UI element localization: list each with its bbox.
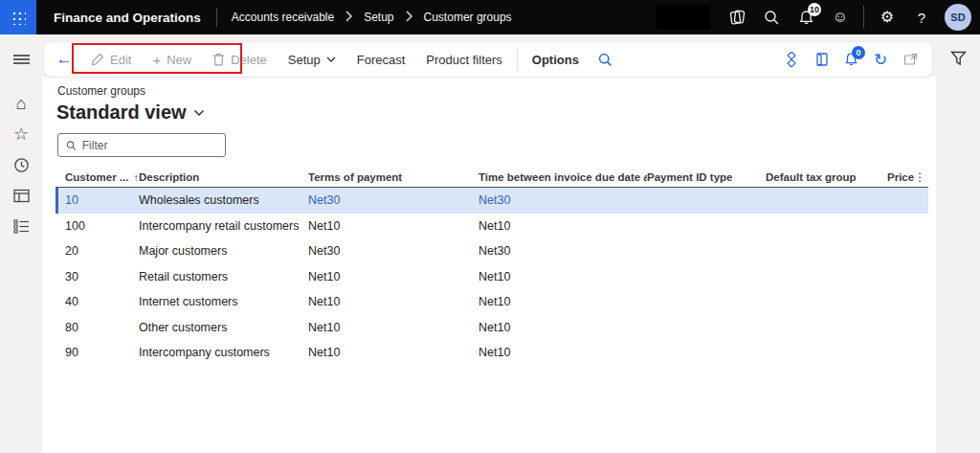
company-button[interactable] — [809, 45, 834, 74]
table-row[interactable]: 20 Major customers Net30 Net30 — [56, 238, 928, 264]
cell-customer-group[interactable]: 10 — [56, 193, 139, 207]
nav-home-button[interactable]: ⌂ — [0, 88, 42, 119]
chevron-right-icon — [405, 11, 413, 25]
cell-description[interactable]: Internet customers — [139, 295, 308, 308]
chevron-right-icon — [345, 11, 353, 25]
back-button[interactable]: ← — [48, 42, 80, 77]
cell-description[interactable]: Major customers — [139, 244, 308, 258]
filter-input[interactable] — [82, 139, 217, 152]
breadcrumb-module[interactable]: Accounts receivable — [232, 11, 334, 24]
column-header-time-between[interactable]: Time between invoice due date and ... — [479, 171, 647, 183]
help-icon: ? — [918, 11, 925, 25]
cell-description[interactable]: Intercompany customers — [139, 346, 308, 359]
cell-customer-group[interactable]: 20 — [56, 244, 139, 258]
open-in-new-window-button[interactable] — [898, 45, 923, 74]
search-icon — [598, 53, 612, 67]
nav-favorites-button[interactable]: ☆ — [0, 119, 42, 149]
book-icon — [814, 52, 829, 67]
app-launcher-button[interactable] — [0, 0, 36, 34]
notifications-button[interactable]: 10 — [789, 0, 823, 34]
table-row[interactable]: 10 Wholesales customers Net30 Net30 — [56, 188, 928, 214]
expand-navigation-button[interactable] — [0, 44, 42, 75]
copilot-button[interactable] — [720, 0, 754, 34]
app-title[interactable]: Finance and Operations — [54, 11, 201, 25]
actionbar-divider — [517, 49, 518, 70]
messages-button[interactable]: 0 — [838, 45, 863, 74]
cell-time-between[interactable]: Net10 — [479, 295, 647, 308]
cell-description[interactable]: Other customers — [139, 321, 308, 334]
cell-terms-of-payment[interactable]: Net10 — [308, 295, 479, 308]
table-row[interactable]: 90 Intercompany customers Net10 Net10 — [56, 340, 928, 366]
chevron-down-icon — [193, 109, 205, 117]
column-header-customer-group[interactable]: Customer ...↑ — [56, 171, 139, 183]
breadcrumb-page[interactable]: Customer groups — [424, 11, 512, 24]
setup-menu-button[interactable]: Setup — [278, 42, 346, 77]
column-header-payment-id-type[interactable]: Payment ID type — [647, 171, 766, 183]
cell-description[interactable]: Intercompany retail customers — [139, 219, 308, 233]
cell-time-between[interactable]: Net10 — [479, 270, 647, 283]
funnel-icon — [950, 51, 967, 66]
topbar-right-cluster: 10 ☺ ⚙ ? SD — [657, 0, 980, 34]
nav-modules-button[interactable] — [0, 211, 42, 241]
cell-description[interactable]: Retail customers — [139, 270, 308, 283]
new-button-label: New — [167, 53, 191, 67]
settings-button[interactable]: ⚙ — [870, 0, 904, 34]
cell-customer-group[interactable]: 30 — [56, 270, 139, 283]
grid-header-row: Customer ...↑ Description Terms of payme… — [56, 167, 928, 188]
star-icon: ☆ — [13, 125, 29, 143]
column-header-description[interactable]: Description — [139, 171, 308, 183]
cell-terms-of-payment[interactable]: Net10 — [308, 346, 479, 359]
top-navigation-bar: Finance and Operations Accounts receivab… — [0, 0, 980, 34]
table-row[interactable]: 40 Internet customers Net10 Net10 — [56, 289, 928, 315]
cell-time-between[interactable]: Net30 — [479, 244, 647, 258]
options-menu-button[interactable]: Options — [522, 42, 590, 77]
column-header-default-tax-group[interactable]: Default tax group — [766, 171, 887, 183]
navigation-rail: ⌂ ☆ — [0, 34, 42, 453]
help-button[interactable]: ? — [904, 0, 939, 34]
cell-time-between[interactable]: Net10 — [479, 321, 647, 334]
user-avatar[interactable]: SD — [945, 4, 971, 31]
search-button[interactable] — [754, 0, 789, 34]
cell-time-between[interactable]: Net10 — [479, 346, 647, 359]
view-title[interactable]: Standard view — [56, 102, 205, 124]
table-row[interactable]: 30 Retail customers Net10 Net10 — [56, 264, 928, 290]
cell-customer-group[interactable]: 80 — [56, 321, 139, 334]
diamonds-icon — [784, 52, 799, 67]
cell-customer-group[interactable]: 90 — [56, 346, 139, 359]
table-row[interactable]: 80 Other customers Net10 Net10 — [56, 315, 928, 341]
cell-terms-of-payment[interactable]: Net10 — [308, 219, 479, 233]
cell-description[interactable]: Wholesales customers — [139, 193, 308, 207]
cell-customer-group[interactable]: 100 — [56, 219, 139, 233]
nav-recent-button[interactable] — [0, 149, 42, 180]
column-header-price[interactable]: Price ⋮ — [887, 170, 928, 184]
column-options-icon[interactable]: ⋮ — [914, 170, 925, 184]
cell-time-between[interactable]: Net10 — [479, 219, 647, 233]
cell-terms-of-payment[interactable]: Net30 — [308, 244, 479, 258]
cell-terms-of-payment[interactable]: Net30 — [308, 193, 479, 207]
refresh-button[interactable]: ↻ — [868, 45, 893, 74]
cell-terms-of-payment[interactable]: Net10 — [308, 270, 479, 283]
home-icon: ⌂ — [16, 95, 27, 112]
breadcrumb-setup[interactable]: Setup — [364, 11, 393, 24]
cell-terms-of-payment[interactable]: Net10 — [308, 321, 479, 334]
product-filters-button[interactable]: Product filters — [415, 42, 512, 77]
hamburger-icon — [13, 53, 30, 66]
column-header-terms-of-payment[interactable]: Terms of payment — [308, 171, 479, 183]
feedback-button[interactable]: ☺ — [823, 0, 858, 34]
page-caption: Customer groups — [57, 84, 145, 98]
cell-time-between[interactable]: Net30 — [479, 193, 647, 207]
forecast-button[interactable]: Forecast — [346, 42, 416, 77]
table-row[interactable]: 100 Intercompany retail customers Net10 … — [56, 214, 928, 239]
edit-button[interactable]: Edit — [80, 42, 142, 77]
delete-button-label: Delete — [231, 53, 267, 67]
delete-button[interactable]: Delete — [202, 42, 278, 77]
task-recorder-button[interactable] — [779, 45, 804, 74]
filter-rail — [936, 34, 980, 453]
cell-customer-group[interactable]: 40 — [56, 295, 139, 308]
new-button[interactable]: + New — [142, 42, 202, 77]
open-filter-pane-button[interactable] — [936, 42, 980, 75]
actionbar-search-button[interactable] — [590, 42, 622, 77]
grid-filter-field[interactable] — [57, 133, 226, 157]
nav-workspaces-button[interactable] — [0, 180, 42, 211]
pencil-icon — [91, 53, 104, 66]
